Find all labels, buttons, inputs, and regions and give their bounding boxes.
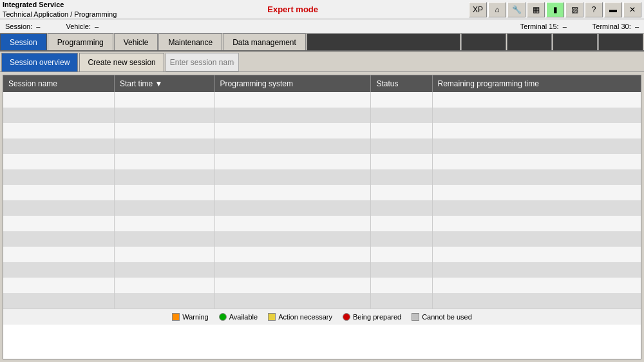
status-cell [371,169,432,185]
start-time-cell [114,247,214,262]
available-label: Available [229,313,258,321]
tab-maintenance[interactable]: Maintenance [158,33,222,50]
table-row[interactable] [3,92,641,108]
remaining-time-cell [432,278,641,293]
vehicle-info: Vehicle: – [66,23,99,30]
session-name-input-area[interactable] [166,53,239,71]
table-row[interactable] [3,200,641,216]
tab-programming[interactable]: Programming [48,33,113,50]
terminal30-value: – [635,23,639,30]
session-value: – [36,23,40,30]
table-row[interactable] [3,278,641,293]
session-name-cell [3,278,114,293]
vehicle-value: – [95,23,99,30]
session-overview-tab[interactable]: Session overview [1,53,78,71]
programming-system-cell [214,262,371,278]
vehicle-label: Vehicle: [66,23,91,30]
available-icon [219,313,227,321]
status-header: Status [371,75,432,92]
terminal15-info: Terminal 15: – [520,23,567,30]
session-name-cell [3,231,114,247]
table-row[interactable] [3,169,641,185]
grid-button[interactable]: ▦ [527,2,545,17]
session-name-cell [3,138,114,154]
action-legend: Action necessary [268,313,332,321]
cannot-label: Cannot be used [422,313,472,321]
programming-system-cell [214,216,371,231]
session-name-cell [3,262,114,278]
programming-system-cell [214,92,371,108]
tab-session[interactable]: Session [0,33,47,50]
table-row[interactable] [3,108,641,123]
image-button[interactable]: ▨ [565,2,583,17]
session-name-cell [3,293,114,309]
remaining-time-cell [432,123,641,138]
remaining-time-header: Remaining programming time [432,75,641,92]
app-title: Integrated Service [3,0,117,9]
status-cell [371,262,432,278]
remaining-time-cell [432,138,641,154]
session-name-cell [3,154,114,169]
table-row[interactable] [3,293,641,309]
start-time-cell [114,262,214,278]
remaining-time-cell [432,247,641,262]
table-row[interactable] [3,262,641,278]
session-name-cell [3,108,114,123]
warning-icon [172,313,180,321]
action-icon [268,313,276,321]
app-subtitle: Technical Application / Programming [3,10,117,19]
start-time-cell [114,293,214,309]
session-name-cell [3,123,114,138]
warning-legend: Warning [172,313,209,321]
table-row[interactable] [3,185,641,200]
help-button[interactable]: ? [585,2,603,17]
table-row[interactable] [3,154,641,169]
table-wrapper: Session name Start time ▼ Programming sy… [3,75,641,309]
table-row[interactable] [3,216,641,231]
table-row[interactable] [3,247,641,262]
status-cell [371,216,432,231]
table-body [3,92,641,309]
tab-vehicle[interactable]: Vehicle [114,33,158,50]
taskbar-button[interactable]: ▬ [604,2,622,17]
status-cell [371,200,432,216]
terminal15-value: – [563,23,567,30]
status-cell [371,247,432,262]
table-row[interactable] [3,138,641,154]
tab-extra-1 [307,33,460,50]
close-button[interactable]: ✕ [623,2,641,17]
start-time-cell [114,154,214,169]
programming-system-cell [214,200,371,216]
tab-data-management[interactable]: Data management [223,33,306,50]
start-time-cell [114,216,214,231]
remaining-time-cell [432,293,641,309]
programming-system-cell [214,247,371,262]
remaining-time-cell [432,108,641,123]
xp-button[interactable]: XP [469,2,487,17]
home-button[interactable]: ⌂ [488,2,506,17]
sub-tabs: Session overview Create new session [0,52,644,72]
table-row[interactable] [3,123,641,138]
main-content: Session name Start time ▼ Programming sy… [3,75,641,359]
table-row[interactable] [3,231,641,247]
session-name-cell [3,92,114,108]
legend-bar: Warning Available Action necessary Being… [3,309,641,325]
terminal30-info: Terminal 30: – [592,23,639,30]
start-time-cell [114,185,214,200]
battery-button[interactable]: ▮ [546,2,564,17]
remaining-time-cell [432,154,641,169]
start-time-cell [114,138,214,154]
create-session-tab[interactable]: Create new session [79,53,164,71]
start-time-cell [114,92,214,108]
status-cell [371,185,432,200]
session-name-header: Session name [3,75,114,92]
programming-system-cell [214,278,371,293]
tools-button[interactable]: 🔧 [507,2,526,17]
tab-extra-5 [598,33,643,50]
prepared-legend: Being prepared [343,313,401,321]
session-name-input[interactable] [170,58,234,67]
start-time-header[interactable]: Start time ▼ [114,75,214,92]
warning-label: Warning [182,313,209,321]
remaining-time-cell [432,216,641,231]
remaining-time-cell [432,200,641,216]
